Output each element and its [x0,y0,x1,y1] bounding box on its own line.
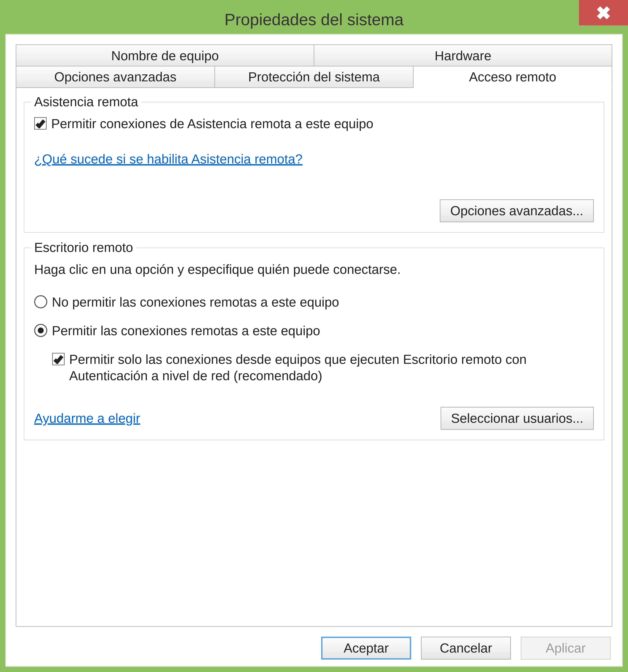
titlebar: Propiedades del sistema [5,5,623,34]
group-remote-assistance-legend: Asistencia remota [31,94,142,109]
check-icon [35,119,45,128]
tab-computer-name[interactable]: Nombre de equipo [16,44,314,67]
button-cancel[interactable]: Cancelar [421,637,511,659]
tab-hardware[interactable]: Hardware [314,44,612,67]
close-icon [597,6,610,19]
label-allow-remote-assistance: Permitir conexiones de Asistencia remota… [51,116,373,132]
tab-panel-remote: Asistencia remota Permitir conexiones de… [16,87,612,627]
radio-disallow-remote[interactable] [34,295,47,308]
client-area: Nombre de equipo Hardware Opciones avanz… [5,34,623,667]
remote-desktop-instruction: Haga clic en una opción y especifique qu… [34,261,594,278]
radio-allow-remote[interactable] [34,324,47,337]
label-nla: Permitir solo las conexiones desde equip… [69,351,560,384]
label-disallow-remote: No permitir las conexiones remotas a est… [52,294,339,310]
button-ra-advanced-options[interactable]: Opciones avanzadas... [440,199,594,222]
button-ok[interactable]: Aceptar [321,637,411,659]
window-title: Propiedades del sistema [224,10,403,29]
dialog-button-row: Aceptar Cancelar Aplicar [16,637,612,659]
radio-dot-icon [38,328,44,333]
link-remote-assistance-help[interactable]: ¿Qué sucede si se habilita Asistencia re… [34,151,303,167]
close-button[interactable] [579,0,628,25]
link-help-me-choose[interactable]: Ayudarme a elegir [34,411,140,426]
check-icon [53,354,63,364]
tab-advanced-options[interactable]: Opciones avanzadas [16,66,215,88]
button-select-users[interactable]: Seleccionar usuarios... [441,407,594,430]
group-remote-desktop: Escritorio remoto Haga clic en una opció… [24,247,604,440]
tabstrip: Nombre de equipo Hardware Opciones avanz… [16,44,612,88]
button-apply: Aplicar [521,637,611,659]
system-properties-window: Propiedades del sistema Nombre de equipo… [0,0,628,672]
group-remote-assistance: Asistencia remota Permitir conexiones de… [24,102,604,233]
label-allow-remote: Permitir las conexiones remotas a este e… [52,322,320,339]
tab-system-protection[interactable]: Protección del sistema [215,66,414,88]
group-remote-desktop-legend: Escritorio remoto [31,240,136,255]
checkbox-allow-remote-assistance[interactable] [34,117,47,129]
checkbox-nla[interactable] [52,353,65,365]
tab-remote-access[interactable]: Acceso remoto [413,66,612,88]
